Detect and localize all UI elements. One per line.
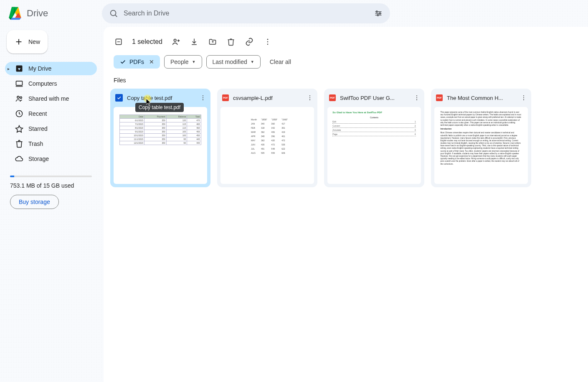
deselect-icon[interactable] [114, 37, 124, 47]
check-icon [119, 59, 126, 65]
sidebar-item-label: Trash [28, 140, 43, 147]
download-icon[interactable] [189, 37, 199, 47]
search-bar[interactable] [102, 3, 390, 23]
sidebar-item-storage[interactable]: Storage [5, 152, 97, 166]
tooltip: Copy table test.pdf [135, 103, 184, 112]
sidebar-item-starred[interactable]: Starred [5, 122, 97, 135]
file-card-header: PDF csvsample-L.pdf [217, 89, 317, 107]
svg-rect-10 [16, 81, 23, 85]
clear-all-button[interactable]: Clear all [265, 59, 296, 65]
filter-chip-modified[interactable]: Last modified ▼ [206, 55, 261, 69]
filter-row: PDFs ✕ People ▼ Last modified ▼ Clear al… [110, 53, 581, 75]
chevron-right-icon[interactable]: ▸ [8, 66, 10, 71]
search-input[interactable] [124, 10, 368, 17]
search-icon[interactable] [109, 8, 119, 18]
storage-text: 753.1 MB of 15 GB used [10, 182, 92, 189]
svg-point-24 [267, 44, 269, 45]
svg-point-29 [309, 97, 310, 98]
file-thumbnail: This paper presents some of the most com… [434, 107, 528, 184]
new-label: New [28, 38, 40, 45]
search-options-icon[interactable] [373, 8, 383, 18]
svg-rect-6 [380, 13, 381, 14]
file-thumbnail: So Glad to Have You Here at SwifToo PDF … [327, 107, 421, 184]
sidebar-item-shared[interactable]: Shared with me [5, 92, 97, 105]
svg-line-1 [115, 15, 117, 17]
plus-icon [14, 37, 23, 47]
sidebar-item-label: Recent [28, 110, 47, 117]
sidebar-item-computers[interactable]: Computers [5, 77, 97, 90]
share-icon[interactable] [171, 37, 181, 47]
file-card[interactable]: PDF The Most Common H... This paper pres… [431, 89, 531, 187]
file-card-header: Copy table test.pdf Copy table test.pdf [110, 89, 210, 107]
computers-icon [15, 79, 23, 88]
drive-icon [15, 64, 23, 73]
svg-point-30 [309, 99, 310, 100]
chip-label: People [170, 59, 189, 65]
link-icon[interactable] [244, 37, 254, 47]
sidebar-item-label: Storage [28, 155, 49, 162]
svg-point-35 [523, 97, 524, 98]
svg-point-18 [174, 39, 176, 42]
buy-storage-button[interactable]: Buy storage [10, 195, 59, 209]
sidebar-item-label: Starred [28, 125, 48, 132]
logo-block: Drive [7, 5, 99, 22]
pdf-icon: PDF [222, 94, 229, 101]
file-card[interactable]: PDF SwifToo PDF User G... So Glad to Hav… [324, 89, 424, 187]
new-button[interactable]: New [7, 30, 48, 53]
chevron-down-icon: ▼ [192, 60, 196, 64]
svg-point-34 [523, 95, 524, 96]
svg-point-36 [523, 99, 524, 100]
svg-point-28 [309, 95, 310, 96]
file-name: csvsample-L.pdf [233, 95, 302, 101]
filter-chip-pdfs[interactable]: PDFs ✕ [114, 55, 160, 69]
chip-label: Last modified [213, 59, 247, 65]
sidebar-item-label: My Drive [28, 65, 51, 72]
file-card-header: PDF The Most Common H... [431, 89, 531, 107]
svg-point-13 [20, 97, 22, 98]
file-card-header: PDF SwifToo PDF User G... [324, 89, 424, 107]
file-more-icon[interactable] [413, 94, 421, 102]
cloud-icon [15, 155, 23, 163]
file-name: The Most Common H... [447, 95, 515, 101]
svg-point-27 [203, 99, 203, 100]
file-card[interactable]: PDF csvsample-L.pdf Month"1958""1959""19… [217, 89, 317, 187]
file-name: Copy table test.pdf [127, 95, 195, 101]
file-grid: Copy table test.pdf Copy table test.pdf … [110, 89, 581, 187]
chip-remove-icon[interactable]: ✕ [147, 59, 154, 65]
svg-point-23 [267, 41, 269, 43]
svg-point-12 [17, 96, 19, 98]
file-more-icon[interactable] [520, 94, 528, 102]
clock-icon [15, 110, 23, 118]
drive-logo-icon[interactable] [7, 5, 23, 22]
delete-icon[interactable] [226, 37, 236, 47]
file-more-icon[interactable] [199, 94, 207, 102]
file-thumbnail: Month"1958""1959""1960" JAN340360417 FEB… [220, 107, 314, 184]
sidebar-item-trash[interactable]: Trash [5, 137, 97, 150]
filter-chip-people[interactable]: People ▼ [164, 55, 202, 69]
sidebar: New ▸ My Drive Computers Shared with me … [0, 27, 104, 382]
svg-point-26 [203, 97, 203, 98]
sidebar-item-recent[interactable]: Recent [5, 107, 97, 120]
svg-point-0 [111, 10, 116, 16]
chevron-down-icon: ▼ [251, 60, 254, 64]
svg-point-32 [416, 97, 417, 98]
svg-rect-5 [376, 11, 378, 12]
files-section-label: Files [110, 75, 581, 89]
file-card[interactable]: Copy table test.pdf Copy table test.pdf … [110, 89, 210, 187]
selection-toolbar: 1 selected [110, 30, 581, 53]
svg-point-25 [203, 95, 203, 96]
selection-count: 1 selected [132, 38, 162, 46]
storage-section: 753.1 MB of 15 GB used Buy storage [5, 172, 97, 209]
chip-label: PDFs [129, 59, 144, 65]
sidebar-item-label: Shared with me [28, 95, 69, 102]
more-options-icon[interactable] [263, 37, 273, 47]
sidebar-item-my-drive[interactable]: ▸ My Drive [5, 62, 97, 75]
pdf-icon: PDF [329, 94, 336, 101]
svg-point-33 [416, 99, 417, 100]
file-checkbox[interactable] [115, 94, 123, 102]
file-more-icon[interactable] [306, 94, 314, 102]
star-icon [15, 125, 23, 133]
svg-point-22 [267, 39, 269, 40]
file-thumbnail: DatePaymentBalanceTotal 6/1/202335012047… [114, 107, 207, 184]
move-icon[interactable] [208, 37, 218, 47]
